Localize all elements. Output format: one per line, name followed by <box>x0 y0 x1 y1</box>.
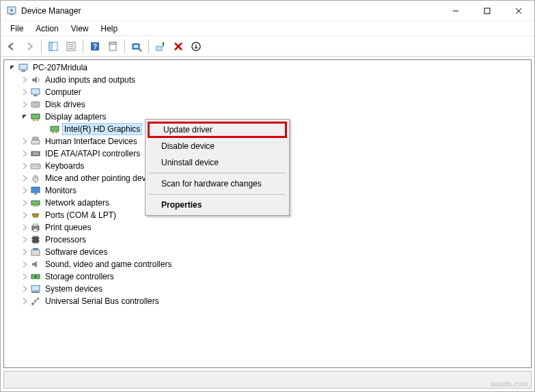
content-area: PC-207Mridula Audio inputs and outputs C… <box>1 57 534 391</box>
expand-icon[interactable] <box>19 271 30 282</box>
menu-help[interactable]: Help <box>96 23 124 35</box>
tree-item-audio[interactable]: Audio inputs and outputs <box>4 74 531 86</box>
monitor-icon <box>30 185 41 196</box>
tree-root[interactable]: PC-207Mridula <box>4 61 531 74</box>
expand-icon[interactable] <box>19 148 30 159</box>
context-disable-device[interactable]: Disable device <box>148 138 287 154</box>
svg-rect-25 <box>21 70 25 72</box>
svg-rect-50 <box>31 201 40 205</box>
expand-icon[interactable] <box>19 87 30 98</box>
svg-rect-19 <box>156 46 162 51</box>
toolbar-separator <box>124 40 125 53</box>
back-button[interactable] <box>3 38 20 55</box>
watermark: wsxdn.com <box>491 380 528 388</box>
system-icon <box>30 283 41 294</box>
svg-rect-16 <box>109 42 116 44</box>
tree-item-software[interactable]: Software devices <box>4 246 531 258</box>
tree-item-computer[interactable]: Computer <box>4 86 531 98</box>
svg-rect-52 <box>36 206 38 207</box>
scan-hardware-button[interactable] <box>128 38 145 55</box>
titlebar: Device Manager <box>1 1 534 21</box>
close-button[interactable] <box>503 1 534 21</box>
context-update-driver[interactable]: Update driver <box>148 122 287 138</box>
svg-rect-49 <box>34 193 37 195</box>
svg-rect-8 <box>49 42 52 51</box>
tree-item-system[interactable]: System devices <box>4 283 531 295</box>
ide-icon <box>30 148 41 159</box>
properties-button[interactable] <box>63 38 79 55</box>
expand-icon[interactable] <box>19 185 30 196</box>
svg-point-45 <box>38 165 39 166</box>
menu-file[interactable]: File <box>5 23 29 35</box>
svg-point-44 <box>36 165 37 166</box>
expand-icon[interactable] <box>19 74 30 85</box>
tree-item-processors[interactable]: Processors <box>4 234 531 246</box>
svg-rect-31 <box>33 120 35 121</box>
expand-icon[interactable] <box>19 173 30 184</box>
expand-icon[interactable] <box>19 259 30 270</box>
svg-point-71 <box>35 276 37 278</box>
maximize-button[interactable] <box>471 1 503 21</box>
svg-point-29 <box>34 103 37 106</box>
show-hide-tree-button[interactable] <box>45 38 61 55</box>
properties-sheet-button[interactable] <box>105 38 121 55</box>
disable-device-button[interactable] <box>188 38 204 55</box>
cpu-icon <box>30 234 41 245</box>
context-properties[interactable]: Properties <box>148 197 287 213</box>
svg-rect-32 <box>36 120 38 121</box>
selected-device-label: Intel(R) HD Graphics <box>63 124 141 135</box>
hid-icon <box>30 136 41 147</box>
expand-icon[interactable] <box>19 296 30 307</box>
svg-rect-20 <box>163 44 164 46</box>
svg-rect-69 <box>33 248 38 250</box>
toolbar-separator <box>148 40 149 53</box>
display-adapter-icon <box>30 111 41 122</box>
tree-item-print-queues[interactable]: Print queues <box>4 221 531 234</box>
svg-point-54 <box>35 214 36 215</box>
software-icon <box>30 247 41 257</box>
expand-icon[interactable] <box>19 247 30 257</box>
collapse-icon[interactable] <box>19 111 30 122</box>
audio-icon <box>30 74 41 85</box>
context-separator <box>149 173 286 173</box>
tree-item-storage[interactable]: Storage controllers <box>4 270 531 283</box>
help-button[interactable]: ? <box>87 38 103 55</box>
collapse-icon[interactable] <box>7 62 18 73</box>
menubar: File Action View Help <box>1 21 534 36</box>
expand-icon[interactable] <box>19 283 30 294</box>
svg-point-43 <box>34 165 35 166</box>
expand-icon[interactable] <box>19 234 30 245</box>
sound-icon <box>30 259 41 270</box>
uninstall-device-button[interactable] <box>170 38 187 55</box>
keyboard-icon <box>30 160 41 171</box>
svg-rect-18 <box>134 45 138 48</box>
tree-item-sound[interactable]: Sound, video and game controllers <box>4 258 531 270</box>
network-icon <box>30 197 41 208</box>
computer-icon <box>18 62 29 73</box>
expand-icon[interactable] <box>19 136 30 147</box>
expand-icon[interactable] <box>19 222 30 233</box>
tree-item-disk[interactable]: Disk drives <box>4 98 531 111</box>
expand-icon[interactable] <box>19 197 30 208</box>
toolbar-separator <box>83 40 83 53</box>
expand-icon[interactable] <box>19 160 30 171</box>
tree-item-usb[interactable]: Universal Serial Bus controllers <box>4 295 531 307</box>
update-driver-button[interactable] <box>152 38 169 55</box>
forward-button[interactable] <box>21 38 38 55</box>
app-icon <box>6 5 17 16</box>
usb-icon <box>30 296 41 307</box>
context-scan-hardware[interactable]: Scan for hardware changes <box>148 176 287 192</box>
menu-view[interactable]: View <box>66 23 94 35</box>
svg-point-55 <box>36 214 37 215</box>
expand-icon[interactable] <box>19 210 30 221</box>
svg-rect-27 <box>33 95 38 96</box>
svg-rect-72 <box>31 285 40 291</box>
menu-action[interactable]: Action <box>30 23 64 35</box>
svg-rect-48 <box>31 187 40 193</box>
minimize-button[interactable] <box>440 1 471 21</box>
mouse-icon <box>30 173 41 184</box>
svg-text:?: ? <box>93 43 97 51</box>
expand-icon[interactable] <box>19 99 30 110</box>
context-uninstall-device[interactable]: Uninstall device <box>148 154 287 171</box>
tree-root-label: PC-207Mridula <box>31 62 89 73</box>
